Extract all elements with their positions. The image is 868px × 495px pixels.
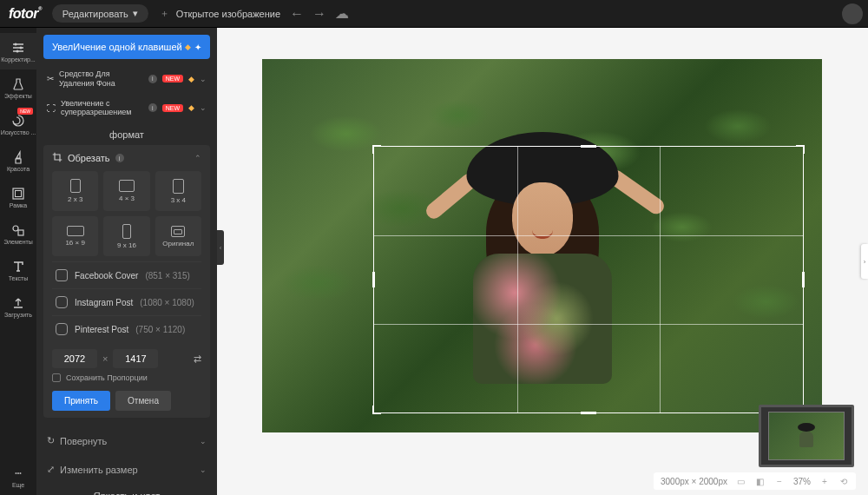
minimap[interactable] (759, 405, 854, 467)
keep-proportions-checkbox[interactable]: Сохранить Пропорции (52, 373, 201, 382)
times-icon: × (102, 353, 108, 364)
tab-adjust[interactable]: Корректир... (0, 33, 36, 69)
diamond-icon: ◆ (185, 43, 191, 52)
checkbox-icon (52, 373, 61, 382)
wand-icon: ✦ (194, 43, 201, 52)
canvas-dimensions: 3000px × 2000px (661, 477, 727, 486)
ratio-4x3[interactable]: 4 × 3 (103, 171, 149, 211)
preset-instagram-post[interactable]: Instagram Post (1080 × 1080) (52, 288, 201, 315)
info-icon: i (148, 75, 157, 83)
svg-point-1 (20, 46, 23, 49)
logo: fotor® (9, 6, 42, 22)
tab-effects[interactable]: Эффекты (0, 69, 36, 106)
panel-collapse-handle[interactable]: ‹ (217, 230, 224, 265)
text-icon (11, 260, 25, 274)
tab-elements[interactable]: Элементы (0, 215, 36, 252)
ratio-2x3[interactable]: 2 x 3 (52, 171, 98, 211)
pinterest-icon (56, 323, 68, 335)
section-format-title: формат (43, 122, 210, 145)
sliders-icon (11, 41, 25, 55)
canvas[interactable]: 3000px × 2000px ▭ ◧ − 37% + ⟲ › (217, 28, 868, 495)
preset-pinterest-post[interactable]: Pinterest Post (750 × 1120) (52, 315, 201, 342)
svg-rect-6 (18, 230, 23, 235)
right-panel-handle[interactable]: › (861, 244, 868, 279)
svg-point-5 (13, 226, 18, 231)
tool-bg-remover[interactable]: ✂ Средство Для Удаления Фона i NEW ◆ ⌄ (43, 64, 210, 94)
svg-point-0 (15, 43, 17, 45)
edit-dropdown[interactable]: Редактировать ▾ (52, 4, 148, 23)
new-badge: NEW (17, 108, 33, 115)
resize-icon: ⤢ (47, 464, 55, 475)
upload-icon (11, 296, 25, 310)
vertical-tabs: Корректир... Эффекты NEW Искусство ... К… (0, 28, 36, 495)
open-image-button[interactable]: ＋ Открытое изображение (159, 8, 280, 20)
fit-screen-icon[interactable]: ▭ (736, 476, 746, 486)
swap-icon[interactable]: ⇄ (194, 353, 201, 365)
chevron-up-icon: ⌃ (194, 154, 201, 162)
scissors-icon: ✂ (47, 74, 54, 83)
statusbar: 3000px × 2000px ▭ ◧ − 37% + ⟲ (654, 472, 856, 490)
cloud-icon[interactable]: ☁ (336, 8, 348, 20)
dots-icon: ••• (11, 466, 25, 480)
lipstick-icon (11, 150, 25, 164)
crop-width-input[interactable] (52, 349, 97, 368)
svg-rect-3 (13, 188, 23, 199)
crop-icon (52, 152, 62, 164)
chevron-down-icon: ⌄ (200, 75, 207, 83)
ratio-9x16[interactable]: 9 x 16 (103, 216, 149, 256)
ratio-16x9[interactable]: 16 × 9 (52, 216, 98, 256)
scale-icon: ⛶ (47, 103, 56, 113)
spiral-icon (11, 114, 25, 128)
tab-more[interactable]: ••• Еще (0, 459, 36, 495)
plus-icon: ＋ (159, 8, 171, 20)
rotate-icon: ↻ (47, 435, 55, 446)
topbar: fotor® Редактировать ▾ ＋ Открытое изобра… (0, 0, 868, 28)
one-tap-enhance-button[interactable]: УвелИчение одной клавишей ◆ ✦ (43, 35, 210, 59)
new-badge: NEW (162, 104, 183, 112)
tool-super-resolution[interactable]: ⛶ Увеличение с суперразрешением i NEW ◆ … (43, 94, 210, 123)
shapes-icon (11, 223, 25, 237)
tab-text[interactable]: Тексты (0, 252, 36, 288)
reset-zoom-icon[interactable]: ⟲ (838, 476, 849, 486)
redo-icon[interactable]: → (313, 8, 326, 20)
tab-upload[interactable]: Загрузить (0, 288, 36, 325)
tab-frame[interactable]: Рамка (0, 179, 36, 215)
svg-rect-4 (16, 190, 22, 196)
zoom-in-icon[interactable]: + (819, 476, 830, 486)
chevron-down-icon: ⌄ (200, 103, 207, 112)
cancel-button[interactable]: Отмена (115, 391, 171, 411)
avatar[interactable] (842, 3, 863, 24)
new-badge: NEW (162, 75, 183, 82)
crop-header[interactable]: Обрезать i ⌃ (52, 152, 201, 164)
apply-button[interactable]: Принять (52, 391, 110, 411)
instagram-icon (56, 296, 68, 308)
crop-height-input[interactable] (113, 349, 158, 368)
chevron-down-icon: ▾ (133, 8, 138, 19)
compare-icon[interactable]: ◧ (755, 476, 766, 486)
undo-icon[interactable]: ← (291, 8, 303, 20)
photo-preview (262, 59, 822, 432)
zoom-out-icon[interactable]: − (774, 476, 785, 486)
info-icon: i (115, 154, 124, 162)
diamond-icon: ◆ (188, 75, 194, 83)
rotate-accordion[interactable]: ↻ Повернуть ⌄ (43, 426, 210, 455)
resize-accordion[interactable]: ⤢ Изменить размер ⌄ (43, 455, 210, 484)
section-brightness-title: Яркость и цвет (43, 484, 210, 495)
tab-ai-art[interactable]: NEW Искусство ... (0, 106, 36, 142)
side-panel: УвелИчение одной клавишей ◆ ✦ ✂ Средство… (36, 28, 217, 495)
crop-accordion: Обрезать i ⌃ 2 x 3 4 × 3 3 x 4 16 × 9 9 … (43, 145, 210, 418)
diamond-icon: ◆ (188, 103, 194, 112)
chevron-down-icon: ⌄ (200, 465, 207, 474)
ratio-3x4[interactable]: 3 x 4 (155, 171, 201, 211)
chevron-down-icon: ⌄ (200, 437, 207, 446)
facebook-icon (56, 269, 68, 281)
preset-facebook-cover[interactable]: Facebook Cover (851 × 315) (52, 261, 201, 288)
flask-icon (11, 77, 25, 91)
tab-beauty[interactable]: Красота (0, 142, 36, 179)
zoom-level: 37% (793, 477, 811, 486)
svg-point-2 (16, 50, 19, 52)
ratio-original[interactable]: Оригинал (155, 216, 201, 256)
frame-icon (11, 187, 25, 201)
info-icon: i (148, 103, 157, 112)
